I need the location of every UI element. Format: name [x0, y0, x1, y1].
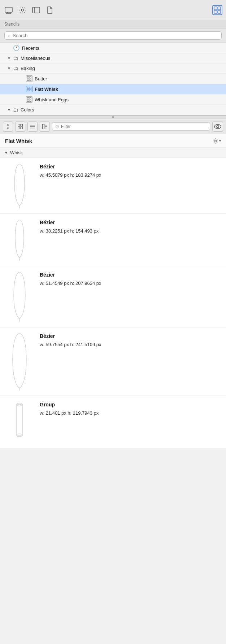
document-icon[interactable] [45, 5, 55, 15]
stencil-icon-butter [26, 75, 32, 82]
colors-arrow: ▼ [7, 108, 11, 112]
shape-preview-4 [5, 400, 34, 444]
splitter[interactable] [0, 115, 226, 119]
shape-item-1[interactable]: Bézier w: 38.2251 px h: 154.493 px [0, 214, 226, 266]
shape-item-2[interactable]: Bézier w: 51.4549 px h: 207.9634 px [0, 266, 226, 327]
colors-label: Colors [21, 107, 34, 113]
filter-input[interactable] [61, 124, 207, 129]
shape-item-0[interactable]: Bézier w: 45.5079 px h: 183.9274 px [0, 158, 226, 214]
shape-preview-3 [5, 332, 34, 391]
monitor-icon[interactable] [4, 5, 14, 15]
detail-btn-icon [42, 124, 47, 129]
svg-rect-12 [30, 77, 31, 79]
svg-rect-20 [30, 98, 31, 100]
category-label: Whisk [10, 150, 23, 155]
stepper-button[interactable]: ▲ ▼ [3, 122, 13, 132]
list-view-button[interactable] [27, 122, 38, 132]
svg-rect-14 [30, 79, 31, 81]
clock-icon: 🕐 [13, 45, 20, 51]
tree-item-colors[interactable]: ▼ 🗂 Colors [0, 105, 226, 115]
svg-rect-0 [5, 7, 12, 12]
shape-type-0: Bézier [40, 164, 221, 169]
stencil-tree: 🕐 Recents ▼ 🗂 Miscellaneous ▼ 🗂 Baking B… [0, 43, 226, 115]
stepper-down-icon: ▼ [6, 127, 10, 130]
tree-item-whisk-eggs[interactable]: Whisk and Eggs [0, 94, 226, 105]
bezier-svg-2 [12, 270, 27, 323]
eye-button[interactable] [212, 122, 223, 132]
settings-button[interactable]: ▾ [213, 138, 221, 144]
svg-rect-23 [18, 124, 20, 126]
main-toolbar [0, 0, 226, 20]
content-title: Flat Whisk [5, 138, 32, 144]
stencil-icon-flat-whisk [26, 86, 32, 92]
filter-wrapper[interactable]: ⊙ [52, 122, 210, 131]
svg-rect-8 [218, 7, 221, 10]
tree-item-baking[interactable]: ▼ 🗂 Baking [0, 63, 226, 74]
shape-info-0: Bézier w: 45.5079 px h: 183.9274 px [40, 162, 221, 178]
settings-chevron: ▾ [219, 139, 221, 143]
whisk-eggs-label: Whisk and Eggs [35, 97, 69, 102]
flat-whisk-label: Flat Whisk [35, 87, 58, 92]
category-header[interactable]: ▼ Whisk [0, 148, 226, 158]
butter-label: Butter [35, 76, 47, 81]
shape-dims-0: w: 45.5079 px h: 183.9274 px [40, 172, 221, 178]
recents-label: Recents [22, 45, 39, 51]
shape-dims-1: w: 38.2251 px h: 154.493 px [40, 228, 221, 234]
detail-view-button[interactable] [40, 122, 50, 132]
stencils-title-text: Stencils [4, 22, 19, 27]
shape-info-2: Bézier w: 51.4549 px h: 207.9634 px [40, 270, 221, 286]
category-expand-arrow: ▼ [4, 151, 8, 155]
svg-rect-42 [17, 405, 22, 435]
svg-rect-21 [27, 100, 29, 102]
svg-rect-18 [30, 89, 31, 91]
shape-type-2: Bézier [40, 272, 221, 278]
stencil-icon-whisk-eggs [26, 96, 32, 103]
svg-rect-25 [18, 127, 20, 129]
shape-type-4: Group [40, 402, 221, 407]
misc-arrow: ▼ [7, 56, 11, 60]
main-content: Flat Whisk ▾ ▼ Whisk Bézier w: 45.5079 p… [0, 134, 226, 448]
svg-rect-7 [214, 7, 217, 10]
stepper-up-icon: ▲ [6, 123, 10, 126]
shape-preview-0 [5, 162, 34, 209]
search-input[interactable] [13, 33, 218, 38]
svg-rect-19 [27, 98, 29, 100]
shape-dims-4: w: 21.401 px h: 119.7943 px [40, 410, 221, 416]
svg-rect-26 [21, 127, 23, 129]
splitter-handle [112, 116, 114, 118]
svg-rect-17 [27, 89, 29, 91]
baking-arrow: ▼ [7, 66, 11, 70]
settings-gear-icon [213, 138, 218, 144]
shape-type-3: Bézier [40, 333, 221, 339]
shape-dims-3: w: 59.7554 px h: 241.5109 px [40, 342, 221, 347]
search-bar: ⌕ [0, 28, 226, 43]
svg-point-34 [214, 124, 221, 129]
tree-item-flat-whisk[interactable]: Flat Whisk [0, 84, 226, 94]
eye-icon [214, 124, 221, 129]
tree-item-recents[interactable]: 🕐 Recents [0, 43, 226, 53]
folder-icon-baking: 🗂 [13, 65, 18, 71]
grid-view-button[interactable] [15, 122, 25, 132]
search-input-wrapper[interactable]: ⌕ [4, 31, 222, 40]
sidebar-icon[interactable] [31, 5, 41, 15]
svg-rect-10 [218, 10, 221, 13]
search-icon: ⌕ [8, 33, 10, 38]
baking-label: Baking [21, 66, 35, 71]
shape-info-1: Bézier w: 38.2251 px h: 154.493 px [40, 218, 221, 234]
shape-item-4[interactable]: Group w: 21.401 px h: 119.7943 px [0, 396, 226, 448]
shape-type-1: Bézier [40, 220, 221, 225]
bezier-svg-1 [13, 218, 26, 261]
grid-view-icon[interactable] [212, 5, 222, 15]
shape-info-3: Bézier w: 59.7554 px h: 241.5109 px [40, 332, 221, 347]
shape-item-3[interactable]: Bézier w: 59.7554 px h: 241.5109 px [0, 327, 226, 396]
tree-item-butter[interactable]: Butter [0, 74, 226, 84]
bezier-svg-0 [12, 162, 27, 209]
toolbar-left-icons [4, 5, 55, 15]
gear-icon[interactable] [17, 5, 27, 15]
group-svg-4 [14, 400, 25, 444]
shape-preview-1 [5, 218, 34, 261]
shape-info-4: Group w: 21.401 px h: 119.7943 px [40, 400, 221, 416]
filter-icon: ⊙ [55, 124, 59, 129]
svg-rect-13 [27, 79, 29, 81]
tree-item-miscellaneous[interactable]: ▼ 🗂 Miscellaneous [0, 53, 226, 63]
